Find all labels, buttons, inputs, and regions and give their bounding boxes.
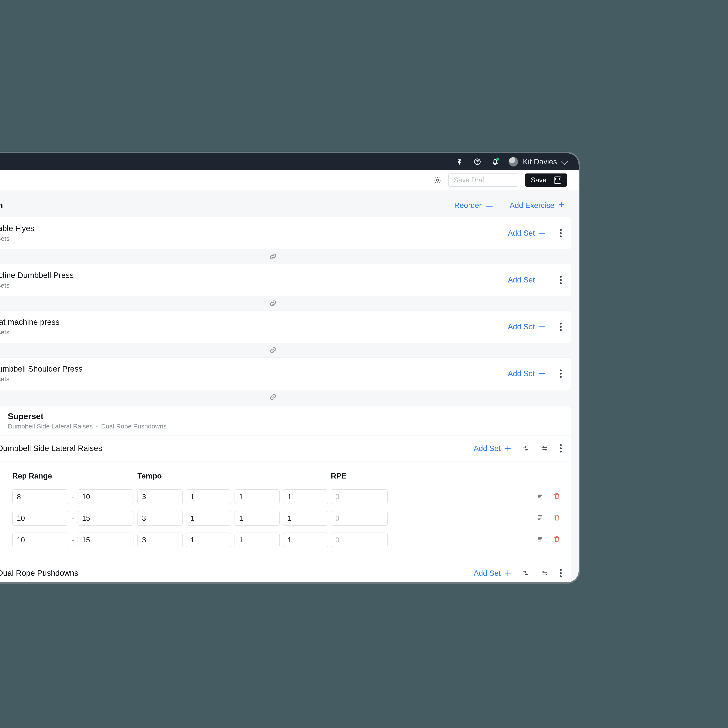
detail-name: Dumbbell Side Lateral Raises [0, 444, 102, 453]
exercise-sets-count: 2 sets [0, 235, 34, 242]
reorder-sets-icon[interactable] [541, 569, 549, 577]
plus-icon [505, 570, 511, 576]
tempo-1-input[interactable]: 3 [138, 511, 183, 526]
rpe-input[interactable]: 0 [331, 532, 388, 548]
rep-high-input[interactable]: 15 [78, 511, 133, 526]
link-exercises-button[interactable] [0, 343, 571, 357]
add-set-button[interactable]: Add Set [474, 569, 511, 578]
delete-icon[interactable] [553, 535, 561, 544]
tempo-2-input[interactable]: 1 [186, 532, 231, 548]
link-exercises-button[interactable] [0, 296, 571, 310]
exercise-name: Dumbbell Shoulder Press [0, 364, 83, 373]
col-rep-range: Rep Range [12, 472, 138, 480]
rpe-input[interactable]: 0 [331, 511, 388, 526]
swap-exercise-icon[interactable] [522, 445, 529, 452]
tempo-1-input[interactable]: 3 [138, 532, 183, 548]
tempo-3-input[interactable]: 1 [234, 511, 280, 526]
exercise-row[interactable]: Incline Dumbbell Press 3 sets Add Set [0, 264, 571, 296]
chevron-down-icon [560, 157, 568, 165]
rep-low-input[interactable]: 10 [12, 532, 68, 548]
row-overflow-menu[interactable] [560, 444, 562, 453]
rep-high-input[interactable]: 10 [78, 489, 133, 504]
content-area: Push Reorder Add Exercise Cable Flyes 2 … [0, 190, 579, 584]
avatar [508, 157, 518, 167]
notes-icon[interactable] [536, 535, 544, 544]
rep-high-input[interactable]: 15 [78, 532, 133, 548]
notes-icon[interactable] [536, 514, 544, 523]
exercise-name: Cable Flyes [0, 224, 34, 233]
billing-icon[interactable] [455, 157, 464, 166]
superset-block: Superset Dumbbell Side Lateral Raises Du… [0, 406, 571, 584]
set-label: 1A [0, 493, 12, 501]
plus-icon [539, 277, 544, 283]
row-overflow-menu[interactable] [560, 276, 562, 284]
tempo-4-input[interactable]: 1 [283, 511, 328, 526]
set-table: Set Rep Range Tempo RPE 1A 8 - 10 [0, 462, 571, 560]
exercise-row[interactable]: Cable Flyes 2 sets Add Set [0, 217, 571, 249]
col-tempo: Tempo [138, 472, 331, 480]
swap-exercise-icon[interactable] [522, 569, 529, 577]
svg-point-2 [436, 179, 439, 181]
save-bar: Save Draft Save [0, 170, 579, 190]
add-set-button[interactable]: Add Set [508, 276, 544, 284]
rpe-input[interactable]: 0 [331, 489, 388, 504]
link-exercises-button[interactable] [0, 249, 571, 264]
set-row: 2A 10 - 15 3 1 1 1 0 [0, 508, 562, 529]
exercise-row[interactable]: Flat machine press 2 sets Add Set [0, 310, 571, 343]
tempo-4-input[interactable]: 1 [283, 532, 328, 548]
add-set-button[interactable]: Add Set [508, 229, 544, 237]
help-icon[interactable] [473, 157, 482, 166]
exercise-sets-count: 3 sets [0, 375, 83, 383]
set-label: 3A [0, 536, 12, 544]
plus-icon [539, 371, 544, 376]
tempo-1-input[interactable]: 3 [138, 489, 183, 504]
link-icon [269, 253, 277, 260]
rep-low-input[interactable]: 8 [12, 489, 68, 504]
settings-icon[interactable] [433, 176, 442, 184]
user-name: Kit Davies [523, 158, 557, 166]
save-draft-placeholder: Save Draft [454, 176, 486, 184]
row-overflow-menu[interactable] [560, 229, 562, 237]
exercise-row[interactable]: Dumbbell Shoulder Press 3 sets Add Set [0, 357, 571, 390]
tempo-4-input[interactable]: 1 [283, 489, 328, 504]
exercise-sets-count: 3 sets [0, 282, 74, 289]
add-set-button[interactable]: Add Set [474, 444, 511, 453]
tempo-2-input[interactable]: 1 [186, 511, 231, 526]
exercise-detail-header: B Dual Rope Pushdowns Add Set [0, 560, 571, 584]
row-overflow-menu[interactable] [560, 569, 562, 577]
row-overflow-menu[interactable] [560, 323, 562, 331]
plus-icon [505, 446, 511, 451]
top-bar: Kit Davies [0, 153, 579, 170]
reorder-sets-icon[interactable] [541, 445, 549, 452]
separator-dot-icon [96, 426, 98, 427]
link-icon [269, 300, 277, 307]
delete-icon[interactable] [553, 492, 561, 502]
exercise-sets-count: 2 sets [0, 329, 60, 336]
link-icon [269, 346, 277, 354]
notes-icon[interactable] [536, 492, 544, 502]
add-set-button[interactable]: Add Set [508, 369, 544, 378]
set-row: 1A 8 - 10 3 1 1 1 0 [0, 486, 562, 508]
rep-low-input[interactable]: 10 [12, 511, 68, 526]
link-exercises-button[interactable] [0, 390, 571, 404]
tempo-3-input[interactable]: 1 [234, 489, 280, 504]
delete-icon[interactable] [553, 514, 561, 523]
set-label: 2A [0, 514, 12, 523]
save-draft-input[interactable]: Save Draft [448, 173, 518, 187]
add-set-button[interactable]: Add Set [508, 323, 544, 331]
reorder-button[interactable]: Reorder [454, 201, 493, 210]
link-icon [269, 393, 277, 401]
svg-point-1 [477, 163, 478, 164]
tempo-3-input[interactable]: 1 [234, 532, 280, 548]
user-menu[interactable]: Kit Davies [508, 157, 567, 167]
notifications-icon[interactable] [491, 157, 500, 166]
exercise-list: Cable Flyes 2 sets Add Set Incline Dumbb… [0, 217, 579, 584]
tempo-2-input[interactable]: 1 [186, 489, 231, 504]
save-button[interactable]: Save [525, 173, 567, 187]
row-overflow-menu[interactable] [560, 370, 562, 378]
add-exercise-button[interactable]: Add Exercise [509, 201, 565, 210]
superset-header[interactable]: Superset Dumbbell Side Lateral Raises Du… [0, 406, 571, 436]
plus-icon [539, 324, 544, 329]
range-dash: - [72, 536, 74, 544]
reorder-icon [486, 202, 492, 208]
